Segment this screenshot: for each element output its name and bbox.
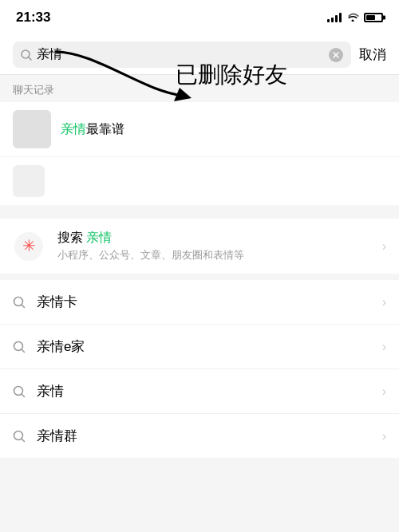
search-suggestion-item[interactable]: ✳ 搜索 亲情 小程序、公众号、文章、朋友圈和表情等 › — [0, 219, 399, 274]
suggestion-title: 搜索 亲情 — [57, 230, 369, 246]
wifi-icon — [346, 11, 359, 24]
list-search-icon-1 — [13, 341, 26, 353]
list-search-icon-2 — [13, 385, 26, 398]
svg-line-8 — [22, 305, 25, 308]
list-chevron-3: › — [382, 429, 386, 443]
list-item-3[interactable]: 亲情群 › — [0, 414, 399, 458]
chat-name-suffix: 最靠谱 — [86, 122, 124, 136]
list-item-text-0: 亲情卡 — [37, 293, 371, 311]
list-search-icon-0 — [13, 296, 26, 309]
battery-icon — [364, 13, 383, 22]
cancel-button[interactable]: 取消 — [359, 45, 386, 64]
suggestion-content: 搜索 亲情 小程序、公众号、文章、朋友圈和表情等 — [57, 230, 369, 262]
chat-item-2[interactable] — [0, 157, 399, 206]
clear-button[interactable] — [329, 48, 343, 62]
list-item-2[interactable]: 亲情 › — [0, 369, 399, 414]
signal-icon — [327, 13, 342, 22]
list-item-text-2: 亲情 — [37, 382, 371, 400]
list-item-1[interactable]: 亲情e家 › — [0, 325, 399, 369]
chat-content-1: 亲情最靠谱 — [61, 121, 386, 138]
svg-line-10 — [22, 349, 25, 353]
suggestion-title-prefix: 搜索 — [57, 231, 83, 244]
list-item-0[interactable]: 亲情卡 › — [0, 280, 399, 325]
chat-name-1: 亲情最靠谱 — [61, 121, 386, 138]
svg-text:✳: ✳ — [22, 237, 36, 254]
list-section: 亲情卡 › 亲情e家 › 亲情 › 亲情群 › — [0, 280, 399, 458]
avatar-2 — [13, 165, 45, 197]
chat-item-1[interactable]: 亲情最靠谱 — [0, 102, 399, 157]
list-chevron-0: › — [382, 295, 386, 309]
list-chevron-2: › — [382, 384, 386, 399]
avatar-1 — [13, 110, 51, 148]
chat-records-section: 亲情最靠谱 — [0, 102, 399, 206]
status-time: 21:33 — [16, 10, 50, 26]
wechat-search-icon: ✳ — [13, 231, 45, 262]
list-search-icon-3 — [13, 430, 26, 443]
search-bar: 亲情 取消 — [0, 35, 399, 75]
suggestion-chevron-icon: › — [382, 239, 386, 254]
search-icon — [21, 49, 32, 61]
chat-records-label: 聊天记录 — [0, 75, 399, 102]
divider-1 — [0, 212, 399, 219]
svg-line-1 — [29, 57, 32, 60]
list-chevron-1: › — [382, 340, 386, 354]
search-query-text: 亲情 — [37, 46, 324, 63]
chat-name-highlight: 亲情 — [61, 122, 86, 136]
search-suggestion-section: ✳ 搜索 亲情 小程序、公众号、文章、朋友圈和表情等 › — [0, 219, 399, 274]
svg-line-14 — [22, 439, 25, 442]
svg-line-12 — [22, 394, 25, 397]
status-bar: 21:33 — [0, 0, 399, 35]
search-input-container[interactable]: 亲情 — [13, 41, 351, 68]
list-item-text-3: 亲情群 — [37, 427, 371, 445]
suggestion-subtitle: 小程序、公众号、文章、朋友圈和表情等 — [57, 248, 369, 262]
list-item-text-1: 亲情e家 — [37, 337, 371, 356]
status-icons — [327, 11, 383, 24]
suggestion-title-highlight: 亲情 — [86, 231, 112, 244]
